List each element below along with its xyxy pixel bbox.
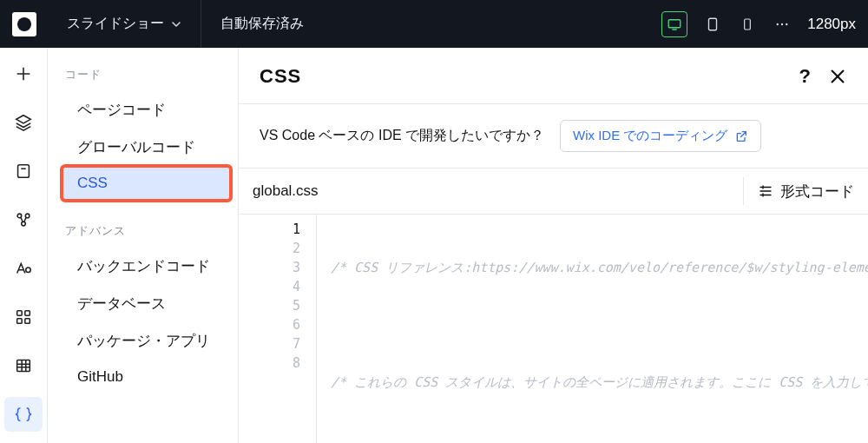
sidebar-item-page-code[interactable]: ページコード (62, 91, 231, 129)
sidebar-item-packages[interactable]: パッケージ・アプリ (62, 322, 231, 360)
app-logo[interactable] (0, 0, 48, 48)
viewport-size[interactable]: 1280px (807, 16, 856, 33)
tool-rail (0, 48, 48, 443)
wix-ide-link[interactable]: Wix IDE でのコーディング (560, 120, 761, 152)
svg-rect-13 (17, 319, 23, 324)
svg-point-10 (26, 268, 31, 273)
external-link-icon (734, 129, 748, 143)
code-line (331, 430, 868, 443)
code-line: /* CSS リファレンス:https://www.wix.com/velo/r… (331, 258, 868, 277)
device-mobile-icon[interactable] (738, 15, 757, 34)
svg-rect-12 (25, 311, 30, 316)
svg-rect-0 (668, 19, 681, 27)
svg-rect-2 (745, 19, 751, 30)
svg-rect-11 (17, 311, 23, 316)
chevron-down-icon (171, 19, 181, 30)
svg-rect-15 (17, 360, 30, 372)
rail-links[interactable] (4, 202, 43, 237)
sidebar-item-database[interactable]: データベース (62, 285, 231, 322)
code-line: /* これらの CSS スタイルは、サイトの全ページに適用されます。ここに CS… (331, 373, 868, 392)
svg-rect-14 (25, 319, 30, 324)
sidebar-item-css[interactable]: CSS (62, 166, 231, 201)
topbar-right: 1280px (661, 11, 868, 37)
topbar: スライドショー 自動保存済み 1280px (0, 0, 868, 48)
main-panel: CSS ? VS Code ベースの IDE で開発したいですか？ Wix ID… (239, 48, 868, 443)
rail-typography[interactable] (4, 251, 43, 286)
svg-point-3 (777, 23, 779, 24)
help-icon[interactable]: ? (799, 65, 811, 88)
rail-layers[interactable] (4, 105, 43, 140)
component-selector-label: スライドショー (67, 15, 164, 33)
wix-ide-link-label: Wix IDE でのコーディング (573, 128, 727, 144)
sidebar-group-advance: アドバンス (65, 223, 231, 239)
sidebar-item-global-code[interactable]: グローバルコード (62, 129, 231, 166)
panel-title: CSS (260, 65, 301, 88)
panel-header: CSS ? (239, 48, 868, 104)
panel-header-actions: ? (799, 65, 847, 88)
close-icon[interactable] (828, 67, 847, 86)
editor-gutter: 1 2 3 4 5 6 7 8 (239, 215, 317, 443)
svg-rect-1 (709, 18, 717, 30)
rail-apps[interactable] (4, 300, 43, 334)
device-desktop-icon[interactable] (661, 11, 687, 37)
component-selector[interactable]: スライドショー (48, 0, 201, 48)
rail-code[interactable] (4, 397, 43, 432)
sidebar-item-github[interactable]: GitHub (62, 360, 231, 394)
format-code-label: 形式コード (780, 182, 854, 202)
svg-rect-6 (18, 165, 30, 178)
format-icon (758, 183, 773, 199)
save-state: 自動保存済み (201, 0, 323, 48)
svg-point-9 (22, 222, 26, 226)
sidebar-item-backend[interactable]: バックエンドコード (62, 248, 231, 285)
code-sidebar: コード ページコード グローバルコード CSS アドバンス バックエンドコード … (48, 48, 239, 443)
rail-page[interactable] (4, 154, 43, 188)
device-tablet-icon[interactable] (703, 15, 722, 34)
ide-hint-row: VS Code ベースの IDE で開発したいですか？ Wix IDE でのコー… (239, 104, 868, 169)
rail-table[interactable] (4, 348, 43, 383)
rail-add[interactable] (4, 56, 43, 91)
format-code-button[interactable]: 形式コード (743, 177, 854, 205)
code-editor[interactable]: 1 2 3 4 5 6 7 8 /* CSS リファレンス:https://ww… (239, 215, 868, 443)
svg-point-4 (781, 23, 783, 24)
ide-hint-text: VS Code ベースの IDE で開発したいですか？ (260, 127, 544, 145)
code-line (331, 315, 868, 334)
file-row: global.css 形式コード (239, 169, 868, 215)
sidebar-group-code: コード (65, 67, 231, 83)
topbar-left: スライドショー 自動保存済み (0, 0, 323, 48)
save-state-label: 自動保存済み (220, 15, 304, 33)
svg-point-5 (786, 23, 787, 24)
file-name: global.css (253, 182, 319, 200)
more-icon[interactable] (773, 15, 792, 34)
editor-body[interactable]: /* CSS リファレンス:https://www.wix.com/velo/r… (317, 215, 868, 443)
